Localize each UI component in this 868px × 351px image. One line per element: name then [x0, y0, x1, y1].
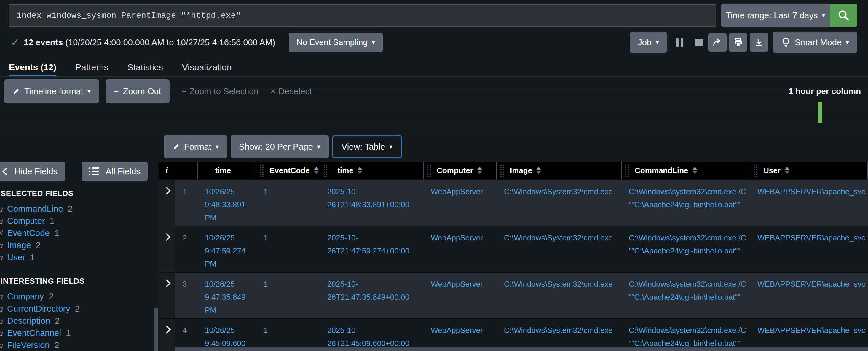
cell-commandline[interactable]: C:\Windows\system32\cmd.exe /C ""C:\Apac… [622, 319, 750, 351]
zoom-to-selection-button[interactable]: + Zoom to Selection [181, 87, 259, 96]
drag-handle-icon[interactable] [259, 164, 264, 177]
column-header-eventcode[interactable]: EventCode [256, 162, 320, 179]
tab-events[interactable]: Events (12) [9, 58, 56, 76]
cell-eventcode[interactable]: 1 [256, 319, 320, 351]
field-item-fileversion[interactable]: a FileVersion 2 [1, 339, 157, 351]
sort-icon[interactable] [692, 167, 697, 174]
lightbulb-icon [781, 37, 790, 48]
timeline-histogram-bar[interactable] [817, 102, 822, 123]
cell-time[interactable]: 10/26/25 9:45:09.600 PM [198, 319, 256, 351]
pause-button[interactable] [673, 36, 686, 49]
column-header-image[interactable]: Image [497, 162, 622, 179]
timeline-format-dropdown[interactable]: Timeline format ▾ [4, 79, 99, 103]
pause-icon [681, 38, 683, 47]
drag-handle-icon[interactable] [427, 164, 431, 177]
expand-row-button[interactable] [159, 180, 176, 226]
field-type-icon: # [0, 228, 7, 238]
sort-icon[interactable] [358, 167, 362, 174]
deselect-button[interactable]: × Deselect [270, 87, 312, 96]
search-query-input[interactable] [9, 4, 716, 27]
export-button[interactable] [750, 33, 768, 52]
cell-commandline[interactable]: C:\Windows\system32\cmd.exe /C ""C:\Apac… [622, 273, 750, 318]
hide-fields-button[interactable]: Hide Fields [0, 162, 65, 181]
job-menu-button[interactable]: Job ▾ [630, 32, 667, 53]
drag-handle-icon[interactable] [323, 164, 328, 177]
sort-icon[interactable] [477, 167, 482, 174]
cell-time-iso[interactable]: 2025-10-26T21:48:33.891+00:00 [320, 180, 424, 226]
table-horizontal-scrollbar[interactable] [176, 347, 868, 351]
expand-row-button[interactable] [159, 226, 176, 272]
cell-user[interactable]: WEBAPPSERVER\apache_svc [750, 319, 868, 351]
sort-icon[interactable] [785, 167, 789, 174]
search-mode-dropdown[interactable]: Smart Mode ▾ [773, 32, 857, 53]
cell-user[interactable]: WEBAPPSERVER\apache_svc [750, 180, 868, 226]
cell-computer[interactable]: WebAppServer [424, 180, 497, 226]
field-item-description[interactable]: a Description 2 [1, 315, 157, 327]
job-status-bar: ✓ 12 events (10/20/25 4:00:00.000 AM to … [11, 31, 857, 53]
cell-commandline[interactable]: C:\Windows\system32\cmd.exe /C ""C:\Apac… [622, 180, 750, 226]
field-item-company[interactable]: a Company 2 [1, 290, 157, 303]
cell-time[interactable]: 10/26/25 9:48:33.891 PM [198, 180, 256, 226]
cell-time-iso[interactable]: 2025-10-26T21:47:35.849+00:00 [320, 273, 424, 318]
per-page-dropdown[interactable]: Show: 20 Per Page ▾ [230, 135, 329, 158]
drag-handle-icon[interactable] [625, 164, 629, 177]
sidebar-scrollbar[interactable] [154, 308, 158, 351]
print-button[interactable] [729, 33, 747, 52]
cell-eventcode[interactable]: 1 [256, 226, 320, 272]
cell-time-iso[interactable]: 2025-10-26T21:45:09.600+00:00 [320, 319, 424, 351]
field-item-eventchannel[interactable]: a EventChannel 1 [1, 327, 157, 339]
field-item-currentdirectory[interactable]: a CurrentDirectory 2 [1, 303, 157, 315]
sort-icon[interactable] [536, 167, 541, 174]
cell-computer[interactable]: WebAppServer [424, 273, 497, 318]
tab-patterns-label: Patterns [75, 62, 108, 72]
job-label: Job [638, 38, 652, 47]
zoom-out-button[interactable]: − Zoom Out [105, 79, 169, 103]
column-header-time[interactable]: _time [198, 162, 256, 179]
column-header-computer[interactable]: Computer [424, 162, 497, 179]
field-item-image[interactable]: a Image 2 [1, 239, 157, 251]
expand-row-button[interactable] [159, 273, 176, 318]
cell-time[interactable]: 10/26/25 9:47:59.274 PM [198, 226, 256, 272]
cell-user[interactable]: WEBAPPSERVER\apache_svc [750, 226, 868, 272]
cell-time[interactable]: 10/26/25 9:47:35.849 PM [198, 273, 256, 318]
timeline-controls: Timeline format ▾ − Zoom Out + Zoom to S… [4, 79, 312, 103]
view-dropdown[interactable]: View: Table ▾ [332, 135, 402, 158]
stop-button[interactable] [693, 36, 706, 49]
cell-commandline[interactable]: C:\Windows\system32\cmd.exe /C ""C:\Apac… [622, 226, 750, 272]
tab-patterns[interactable]: Patterns [75, 58, 108, 76]
cell-user[interactable]: WEBAPPSERVER\apache_svc [750, 273, 868, 318]
tab-visualization[interactable]: Visualization [182, 58, 232, 76]
field-item-commandline[interactable]: a CommandLine 2 [1, 203, 157, 215]
cell-eventcode[interactable]: 1 [256, 273, 320, 318]
cell-image[interactable]: C:\Windows\System32\cmd.exe [497, 180, 622, 226]
expand-row-button[interactable] [159, 319, 176, 351]
drag-handle-icon[interactable] [500, 164, 504, 177]
chevron-right-icon [163, 233, 171, 241]
cell-image[interactable]: C:\Windows\System32\cmd.exe [497, 226, 622, 272]
fields-sidebar: Hide Fields All Fields SELECTED FIELDS a… [0, 162, 157, 351]
cell-image[interactable]: C:\Windows\System32\cmd.exe [497, 319, 622, 351]
chevron-down-icon: ▾ [822, 12, 825, 19]
column-header-time-iso[interactable]: _time [320, 162, 424, 179]
field-item-computer[interactable]: a Computer 1 [1, 215, 157, 227]
column-header-commandline[interactable]: CommandLine [622, 162, 750, 179]
field-item-user[interactable]: a User 1 [1, 251, 157, 263]
cell-eventcode[interactable]: 1 [256, 180, 320, 226]
format-dropdown[interactable]: Format ▾ [164, 135, 227, 158]
search-button[interactable] [830, 4, 857, 27]
field-item-eventcode[interactable]: # EventCode 1 [1, 227, 157, 239]
drag-handle-icon[interactable] [753, 164, 758, 177]
cell-computer[interactable]: WebAppServer [424, 226, 497, 272]
share-button[interactable] [708, 33, 726, 52]
cell-time-iso[interactable]: 2025-10-26T21:47:59.274+00:00 [320, 226, 424, 272]
all-fields-button[interactable]: All Fields [82, 162, 148, 181]
tab-statistics[interactable]: Statistics [127, 58, 163, 76]
sort-icon[interactable] [314, 167, 319, 174]
cell-computer[interactable]: WebAppServer [424, 319, 497, 351]
cell-image[interactable]: C:\Windows\System32\cmd.exe [497, 273, 622, 318]
column-label: Image [510, 166, 532, 175]
event-sampling-dropdown[interactable]: No Event Sampling ▾ [289, 33, 383, 52]
column-header-user[interactable]: User [750, 162, 868, 179]
field-type-icon: a [0, 253, 7, 262]
time-range-picker[interactable]: Time range: Last 7 days ▾ [721, 4, 830, 27]
